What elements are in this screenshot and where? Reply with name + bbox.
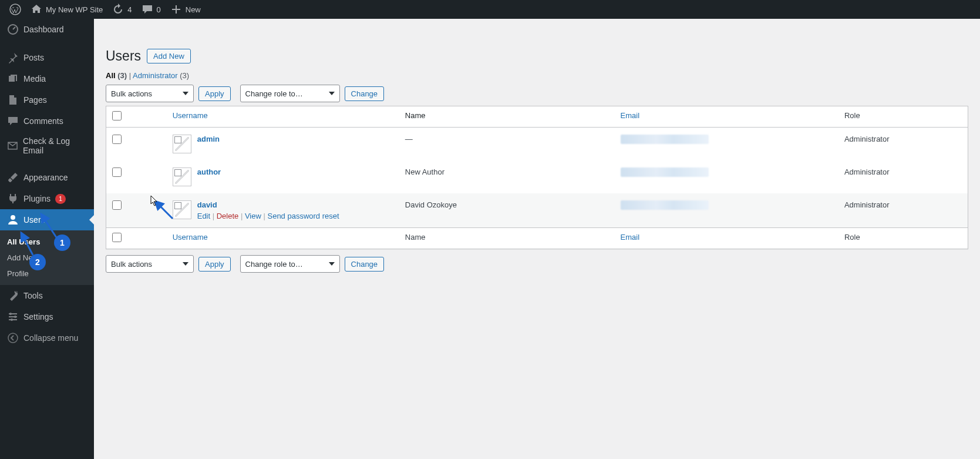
- site-name-link[interactable]: My New WP Site: [26, 0, 107, 19]
- apply-button[interactable]: Apply: [198, 86, 231, 101]
- change-button[interactable]: Change: [345, 86, 385, 101]
- username-link[interactable]: author: [197, 167, 221, 176]
- delete-link[interactable]: Delete: [217, 212, 239, 220]
- name-cell: New Author: [399, 160, 615, 193]
- role-cell: Administrator: [838, 128, 968, 160]
- role-cell: Administrator: [838, 193, 968, 227]
- cursor-icon: [150, 195, 159, 207]
- email-cell: [615, 128, 838, 160]
- row-checkbox[interactable]: [112, 135, 122, 144]
- select-all-bottom[interactable]: [112, 233, 122, 242]
- footer-username[interactable]: Username: [173, 233, 208, 242]
- submenu-add-new[interactable]: Add New: [0, 250, 94, 266]
- change-button-bottom[interactable]: Change: [345, 257, 385, 272]
- header-username[interactable]: Username: [173, 111, 208, 120]
- add-new-button[interactable]: Add New: [147, 49, 191, 63]
- user-icon: [7, 214, 19, 226]
- menu-posts[interactable]: Posts: [0, 47, 94, 68]
- svg-point-2: [10, 77, 11, 78]
- annotation-arrow-2: [18, 229, 35, 257]
- menu-media[interactable]: Media: [0, 68, 94, 89]
- menu-appearance[interactable]: Appearance: [0, 167, 94, 188]
- menu-tools[interactable]: Tools: [0, 285, 94, 288]
- menu-label: Media: [23, 74, 46, 83]
- new-link[interactable]: New: [166, 0, 206, 19]
- new-label: New: [186, 5, 201, 14]
- updates-link[interactable]: 4: [107, 0, 136, 19]
- email-cell: [615, 193, 838, 227]
- avatar: [173, 167, 191, 186]
- menu-label: Appearance: [23, 173, 68, 182]
- annotation-2: 2: [29, 254, 46, 270]
- email-cell: [615, 160, 838, 193]
- header-name: Name: [399, 106, 615, 128]
- menu-comments[interactable]: Comments: [0, 110, 94, 132]
- footer-email[interactable]: Email: [621, 233, 640, 242]
- comments-link[interactable]: 0: [137, 0, 166, 19]
- row-checkbox[interactable]: [112, 167, 122, 177]
- mail-icon: [7, 140, 18, 152]
- refresh-icon: [112, 4, 124, 15]
- filter-links: All (3) | Administrator (3): [106, 71, 968, 80]
- footer-role: Role: [838, 227, 968, 249]
- menu-label: Dashboard: [23, 25, 64, 34]
- menu-label: Plugins: [23, 194, 50, 203]
- main-content: Users Add New All (3) | Administrator (3…: [94, 38, 980, 288]
- filter-all[interactable]: All (3): [106, 71, 127, 80]
- row-checkbox[interactable]: [112, 200, 122, 210]
- annotation-1: 1: [54, 234, 70, 251]
- wp-logo[interactable]: [5, 0, 26, 19]
- plugin-icon: [7, 193, 19, 205]
- comments-count: 0: [157, 5, 161, 14]
- view-link[interactable]: View: [245, 212, 261, 220]
- page-icon: [7, 94, 19, 106]
- site-name-label: My New WP Site: [46, 5, 103, 14]
- change-role-select[interactable]: Change role to…: [240, 85, 340, 102]
- admin-toolbar: My New WP Site 4 0 New: [0, 0, 980, 19]
- table-row: admin — Administrator: [106, 128, 968, 160]
- media-icon: [7, 73, 19, 85]
- bulk-actions-select-bottom[interactable]: Bulk actions: [106, 255, 194, 273]
- menu-check-log-email[interactable]: Check & Log Email: [0, 132, 94, 160]
- filter-administrator[interactable]: Administrator (3): [133, 71, 189, 80]
- table-row: david Edit | Delete | View | Send passwo…: [106, 193, 968, 227]
- comment-icon: [142, 4, 153, 15]
- dashboard-icon: [7, 24, 19, 35]
- apply-button-bottom[interactable]: Apply: [198, 257, 231, 272]
- change-role-select-bottom[interactable]: Change role to…: [240, 255, 340, 273]
- role-cell: Administrator: [838, 160, 968, 193]
- username-link[interactable]: david: [197, 200, 217, 209]
- avatar: [173, 135, 191, 153]
- menu-label: Pages: [23, 95, 47, 105]
- menu-pages[interactable]: Pages: [0, 89, 94, 110]
- page-header: Users Add New: [106, 43, 968, 66]
- row-actions: Edit | Delete | View | Send password res…: [197, 212, 339, 220]
- tablenav-top: Bulk actions Apply Change role to… Chang…: [106, 85, 968, 102]
- send-password-reset-link[interactable]: Send password reset: [267, 212, 339, 220]
- edit-link[interactable]: Edit: [197, 212, 210, 220]
- svg-point-3: [11, 215, 15, 220]
- updates-count: 4: [127, 5, 132, 14]
- pin-icon: [7, 52, 19, 63]
- menu-dashboard[interactable]: Dashboard: [0, 19, 94, 40]
- menu-plugins[interactable]: Plugins 1: [0, 188, 94, 209]
- table-row: author New Author Administrator: [106, 160, 968, 193]
- username-link[interactable]: admin: [197, 135, 220, 143]
- menu-label: Comments: [23, 116, 63, 126]
- header-email[interactable]: Email: [621, 111, 640, 120]
- comment-icon: [7, 115, 19, 127]
- submenu-profile[interactable]: Profile: [0, 266, 94, 282]
- name-cell: David Ozokoye: [399, 193, 615, 227]
- name-cell: —: [399, 128, 615, 160]
- plugin-badge: 1: [55, 194, 66, 204]
- admin-sidebar: Dashboard Posts Media Pages Comments Che…: [0, 19, 94, 288]
- menu-label: Posts: [23, 53, 44, 62]
- tablenav-bottom: Bulk actions Apply Change role to… Chang…: [106, 255, 968, 273]
- plus-icon: [170, 4, 182, 15]
- select-all-top[interactable]: [112, 111, 122, 120]
- home-icon: [31, 4, 42, 15]
- bulk-actions-select[interactable]: Bulk actions: [106, 85, 194, 102]
- wordpress-icon: [9, 4, 21, 15]
- footer-name: Name: [399, 227, 615, 249]
- users-table: Username Name Email Role admin — Adminis…: [106, 106, 968, 249]
